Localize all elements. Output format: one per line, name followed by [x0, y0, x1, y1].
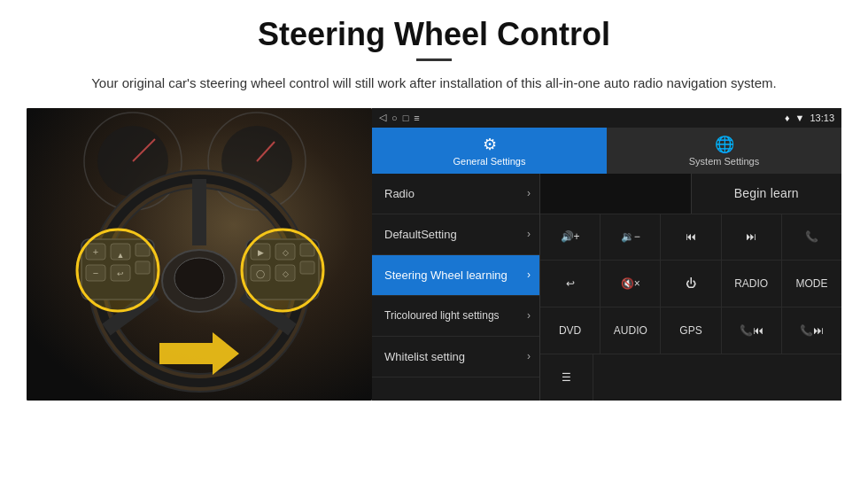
tel-prev-button[interactable]: 📞⏮ [722, 307, 782, 354]
nav-whitelist-label: Whitelist setting [384, 350, 465, 363]
audio-label: AUDIO [614, 324, 647, 337]
btn-row-1: 🔊+ 🔉− ⏮ ⏭ 📞 [540, 214, 841, 261]
dvd-button[interactable]: DVD [540, 307, 601, 354]
car-image-container: + − ▲ ↩ ▶ ◯ ◇ ◇ [27, 108, 372, 401]
begin-learn-button[interactable]: Begin learn [692, 174, 842, 214]
hang-up-icon: ↩ [566, 277, 575, 290]
status-right: ♦ ▼ 13:13 [785, 113, 834, 123]
nav-radio[interactable]: Radio › [372, 174, 539, 214]
audio-button[interactable]: AUDIO [601, 307, 661, 354]
time-display: 13:13 [810, 113, 834, 123]
whitelist-empty-1 [593, 354, 655, 401]
status-left: ◁ ○ □ ≡ [379, 112, 420, 123]
vol-down-button[interactable]: 🔉− [601, 214, 661, 261]
nav-radio-chevron: › [527, 187, 531, 199]
nav-steering[interactable]: Steering Wheel learning › [372, 255, 539, 296]
nav-tricoloured-label: Tricoloured light settings [384, 309, 500, 322]
menu-icon[interactable]: ≡ [414, 113, 419, 123]
whitelist-icon: ☰ [562, 371, 571, 384]
nav-default-label: DefaultSetting [384, 228, 457, 241]
whitelist-empty-4 [779, 354, 841, 401]
nav-whitelist-chevron: › [527, 350, 531, 362]
vol-up-button[interactable]: 🔊+ [540, 214, 601, 261]
btn-row-3: DVD AUDIO GPS 📞⏮ [540, 307, 841, 354]
dvd-label: DVD [559, 324, 581, 337]
mode-label: MODE [795, 277, 827, 290]
nav-steering-label: Steering Wheel learning [384, 268, 508, 282]
prev-track-icon: ⏮ [686, 230, 696, 243]
nav-tricoloured[interactable]: Tricoloured light settings › [372, 296, 539, 337]
power-button[interactable]: ⏻ [661, 261, 721, 307]
right-panel: Begin learn 🔊+ 🔉− [540, 174, 841, 401]
tab-general-label: General Settings [453, 156, 526, 167]
android-ui: ◁ ○ □ ≡ ♦ ▼ 13:13 ⚙ General Settings [372, 108, 841, 401]
nav-steering-chevron: › [527, 268, 531, 281]
gps-button[interactable]: GPS [661, 307, 721, 354]
recents-icon[interactable]: □ [403, 113, 409, 123]
svg-point-14 [174, 258, 224, 299]
signal-icon: ♦ [785, 113, 790, 123]
nav-menu: Radio › DefaultSetting › Steering Wheel … [372, 174, 540, 401]
mode-button[interactable]: MODE [782, 261, 841, 307]
page-title: Steering Wheel Control [27, 16, 841, 53]
vol-up-icon: 🔊+ [561, 230, 580, 243]
car-image-bg: + − ▲ ↩ ▶ ◯ ◇ ◇ [27, 108, 372, 401]
tab-bar: ⚙ General Settings 🌐 System Settings [372, 128, 841, 174]
mute-icon: 🔇× [621, 277, 640, 290]
phone-button[interactable]: 📞 [782, 214, 841, 261]
svg-point-38 [242, 230, 323, 311]
main-content: Radio › DefaultSetting › Steering Wheel … [372, 174, 841, 401]
btn-row-2: ↩ 🔇× ⏻ RADIO MO [540, 261, 841, 307]
hang-up-button[interactable]: ↩ [540, 261, 601, 307]
begin-learn-row: Begin learn [540, 174, 841, 214]
whitelist-empty-3 [717, 354, 779, 401]
home-icon[interactable]: ○ [391, 113, 398, 123]
status-bar: ◁ ○ □ ≡ ♦ ▼ 13:13 [372, 108, 841, 128]
gps-label: GPS [679, 324, 701, 337]
tel-next-button[interactable]: 📞⏭ [782, 307, 841, 354]
tel-next-icon: 📞⏭ [800, 324, 824, 337]
wifi-icon: ▼ [795, 113, 805, 123]
whitelist-empty-2 [655, 354, 717, 401]
whitelist-icon-button[interactable]: ☰ [540, 354, 593, 401]
nav-tricoloured-chevron: › [527, 309, 531, 322]
page-container: Steering Wheel Control Your original car… [0, 0, 868, 409]
page-subtitle: Your original car's steering wheel contr… [27, 74, 841, 94]
svg-point-37 [77, 230, 159, 311]
begin-learn-input-field[interactable] [540, 174, 692, 214]
tab-system-label: System Settings [689, 156, 759, 167]
next-track-button[interactable]: ⏭ [722, 214, 782, 261]
back-icon[interactable]: ◁ [379, 112, 386, 123]
prev-track-button[interactable]: ⏮ [661, 214, 721, 261]
power-icon: ⏻ [686, 277, 696, 290]
phone-icon: 📞 [805, 230, 818, 243]
vol-down-icon: 🔉− [621, 230, 640, 243]
nav-default-chevron: › [527, 228, 531, 240]
nav-radio-label: Radio [384, 187, 415, 200]
content-row: + − ▲ ↩ ▶ ◯ ◇ ◇ [27, 108, 841, 401]
nav-whitelist[interactable]: Whitelist setting › [372, 337, 539, 377]
tab-general[interactable]: ⚙ General Settings [372, 128, 607, 174]
title-divider [416, 58, 452, 61]
radio-button[interactable]: RADIO [722, 261, 782, 307]
general-settings-icon: ⚙ [483, 135, 497, 154]
radio-label: RADIO [734, 277, 768, 290]
tel-prev-icon: 📞⏮ [740, 324, 763, 337]
next-track-icon: ⏭ [746, 230, 756, 243]
system-settings-icon: 🌐 [715, 135, 734, 154]
tab-system[interactable]: 🌐 System Settings [607, 128, 841, 174]
btn-row-whitelist: ☰ [540, 354, 841, 401]
button-grid: 🔊+ 🔉− ⏮ ⏭ 📞 [540, 214, 841, 401]
mute-button[interactable]: 🔇× [601, 261, 661, 307]
nav-default[interactable]: DefaultSetting › [372, 214, 539, 255]
